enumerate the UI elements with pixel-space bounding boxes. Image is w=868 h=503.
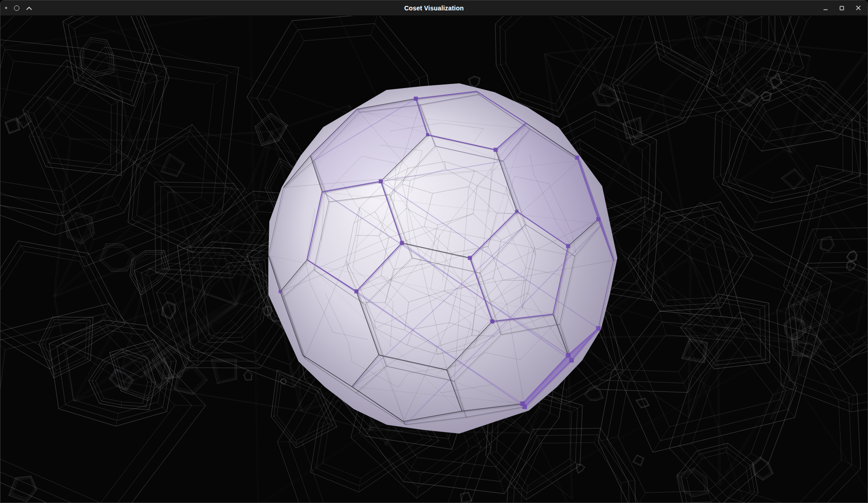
record-circle-icon[interactable] xyxy=(14,5,19,11)
window-controls xyxy=(822,0,862,15)
visualization-area xyxy=(0,16,868,503)
titlebar[interactable]: Coset Visualization xyxy=(0,0,868,16)
coset-visualization-canvas[interactable] xyxy=(0,16,868,503)
maximize-button[interactable] xyxy=(838,5,845,12)
app-window: Coset Visualization xyxy=(0,0,868,503)
minimize-button[interactable] xyxy=(822,5,829,12)
app-dot-icon xyxy=(5,7,7,9)
titlebar-left-icons xyxy=(5,0,32,15)
window-title: Coset Visualization xyxy=(404,5,464,12)
chevron-up-icon[interactable] xyxy=(26,4,32,12)
close-button[interactable] xyxy=(854,4,862,12)
